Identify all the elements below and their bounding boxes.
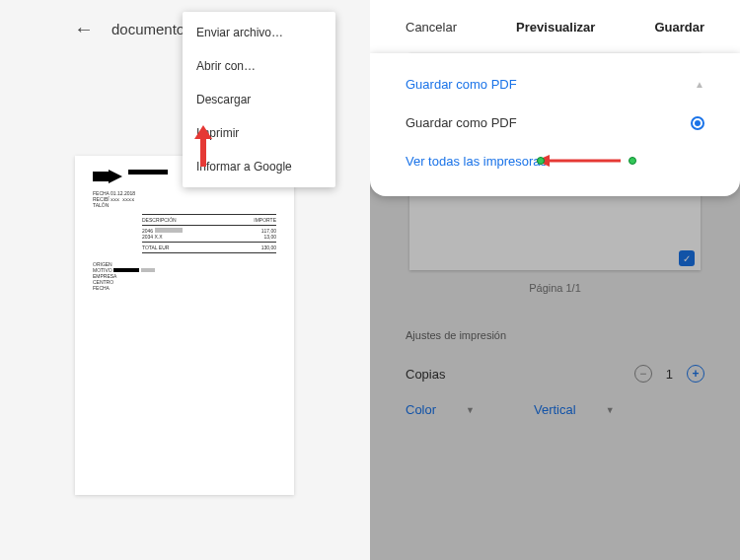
doc-fecha2-label: FECHA bbox=[93, 285, 276, 291]
right-pane: Cancelar Previsualizar Guardar TOTAL EUR… bbox=[370, 0, 740, 560]
cancel-button[interactable]: Cancelar bbox=[406, 20, 457, 35]
printer-option-save-pdf-link[interactable]: Guardar como PDF ▲ bbox=[406, 65, 704, 104]
chevron-up-icon: ▲ bbox=[695, 79, 704, 90]
back-arrow-icon[interactable]: ← bbox=[74, 18, 94, 40]
doc-row2-code: 2034 bbox=[142, 234, 153, 240]
doc-total-value: 130,00 bbox=[261, 245, 276, 250]
preview-title: Previsualizar bbox=[516, 20, 595, 35]
save-pdf-link-label: Guardar como PDF bbox=[406, 77, 517, 92]
menu-download[interactable]: Descargar bbox=[183, 83, 335, 116]
doc-row2-desc: X.X bbox=[155, 234, 163, 240]
doc-importe-header: IMPORTE bbox=[254, 217, 276, 223]
svg-marker-0 bbox=[194, 125, 212, 167]
annotation-dot-end-icon bbox=[629, 157, 636, 165]
save-button[interactable]: Guardar bbox=[654, 20, 704, 35]
annotation-arrow-up-icon bbox=[194, 125, 212, 167]
menu-open-with[interactable]: Abrir con… bbox=[183, 49, 335, 83]
printer-select-sheet: Guardar como PDF ▲ Guardar como PDF Ver … bbox=[370, 53, 740, 196]
radio-selected-icon bbox=[691, 116, 704, 130]
all-printers-label: Ver todas las impresoras bbox=[406, 154, 547, 169]
annotation-dot-start-icon bbox=[537, 157, 545, 165]
document-preview: FECHA 01.12.2018 RECIBÍ xxx xxxx TALÓN D… bbox=[75, 156, 294, 495]
left-header: ← documento bbox=[74, 18, 185, 40]
doc-desc-header: DESCRIPCIÓN bbox=[142, 217, 177, 223]
printer-option-save-pdf[interactable]: Guardar como PDF bbox=[406, 104, 704, 142]
annotation-arrow-right-icon bbox=[536, 153, 634, 173]
document-title: documento bbox=[111, 21, 185, 37]
doc-row2-val: 13,00 bbox=[263, 234, 276, 240]
doc-total-label: TOTAL EUR bbox=[142, 245, 169, 250]
left-pane: ← documento Enviar archivo… Abrir con… D… bbox=[0, 0, 370, 560]
menu-send-file[interactable]: Enviar archivo… bbox=[183, 16, 335, 49]
save-pdf-label: Guardar como PDF bbox=[406, 115, 517, 130]
print-header: Cancelar Previsualizar Guardar bbox=[370, 0, 740, 53]
